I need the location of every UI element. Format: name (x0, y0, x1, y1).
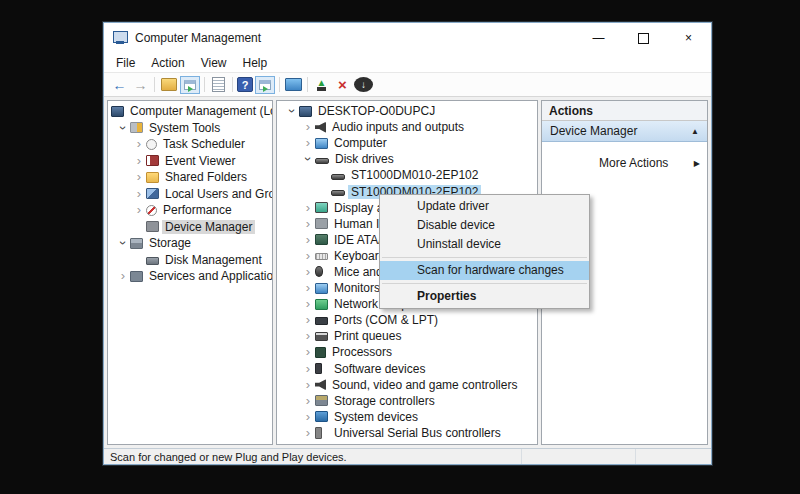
console-window-button[interactable] (180, 76, 200, 94)
chevron-collapsed-icon[interactable] (301, 233, 315, 247)
chevron-expanded-icon[interactable] (301, 152, 315, 166)
uninstall-device-button[interactable]: × (333, 76, 352, 93)
tree-item-event-viewer[interactable]: Event Viewer (108, 153, 272, 170)
status-cell (635, 449, 711, 464)
chevron-collapsed-icon[interactable] (132, 187, 146, 201)
tree-item-performance[interactable]: Performance (108, 202, 272, 219)
chevron-collapsed-icon[interactable] (301, 378, 315, 392)
tree-item-task-scheduler[interactable]: Task Scheduler (108, 136, 272, 153)
actions-section-device-manager[interactable]: Device Manager ▲ (542, 121, 707, 142)
status-cell (521, 449, 635, 464)
storage-icon (130, 238, 143, 249)
tree-item-label: Processors (329, 345, 395, 359)
tree-item-label: Task Scheduler (160, 137, 248, 151)
menu-help[interactable]: Help (235, 53, 276, 72)
chevron-spacer (317, 185, 331, 199)
tree-item-system-devices[interactable]: System devices (277, 409, 537, 425)
chevron-collapsed-icon[interactable] (301, 394, 315, 408)
scan-computers-button[interactable] (284, 76, 303, 93)
context-scan-for-hardware-changes[interactable]: Scan for hardware changes (380, 261, 589, 280)
chevron-collapsed-icon[interactable] (301, 345, 315, 359)
context-update-driver[interactable]: Update driver (380, 197, 589, 216)
tree-item-universal-serial-bus-controllers[interactable]: Universal Serial Bus controllers (277, 425, 537, 441)
chevron-collapsed-icon[interactable] (301, 281, 315, 295)
forward-button[interactable]: → (131, 76, 150, 93)
help-button[interactable]: ? (237, 77, 253, 92)
tree-item-processors[interactable]: Processors (277, 344, 537, 360)
chevron-collapsed-icon[interactable] (301, 329, 315, 343)
chevron-collapsed-icon[interactable] (301, 136, 315, 150)
sound-controller-icon (315, 379, 326, 390)
context-properties[interactable]: Properties (380, 287, 589, 306)
menu-view[interactable]: View (193, 53, 235, 72)
back-button[interactable]: ← (110, 76, 129, 93)
chevron-collapsed-icon[interactable] (301, 120, 315, 134)
tree-item-computer[interactable]: Computer (277, 135, 537, 151)
chevron-expanded-icon[interactable] (285, 104, 299, 118)
export-list-button[interactable] (159, 76, 178, 93)
tree-item-storage[interactable]: Storage (108, 235, 272, 252)
chevron-collapsed-icon[interactable] (301, 217, 315, 231)
tree-item-storage-controllers[interactable]: Storage controllers (277, 393, 537, 409)
title-bar[interactable]: Computer Management — × (104, 23, 711, 53)
properties-button[interactable] (209, 76, 228, 93)
tree-item-system-tools[interactable]: System Tools (108, 120, 272, 137)
tree-item-services-and-applications[interactable]: Services and Applications (108, 268, 272, 285)
chevron-collapsed-icon[interactable] (301, 410, 315, 424)
more-actions-item[interactable]: More Actions ▶ (542, 154, 707, 172)
chevron-collapsed-icon[interactable] (301, 313, 315, 327)
chevron-collapsed-icon[interactable] (301, 426, 315, 440)
tree-item-st1000dm010-2ep102[interactable]: ST1000DM010-2EP102 (277, 167, 537, 183)
tree-item-computer-management-local[interactable]: Computer Management (Local) (108, 103, 272, 120)
chevron-collapsed-icon[interactable] (132, 203, 146, 217)
tree-item-disk-management[interactable]: Disk Management (108, 252, 272, 269)
chevron-collapsed-icon[interactable] (301, 249, 315, 263)
chevron-collapsed-icon[interactable] (301, 362, 315, 376)
tree-item-sound-video-and-game-controllers[interactable]: Sound, video and game controllers (277, 377, 537, 393)
tree-item-software-devices[interactable]: Software devices (277, 361, 537, 377)
chevron-expanded-icon[interactable] (116, 236, 130, 250)
context-uninstall-device[interactable]: Uninstall device (380, 235, 589, 254)
chevron-collapsed-icon[interactable] (116, 269, 130, 283)
desktop-background: Computer Management — × FileActionViewHe… (0, 0, 800, 494)
disable-device-button[interactable]: ↓ (354, 77, 373, 92)
collapse-icon[interactable]: ▲ (691, 127, 699, 136)
disk-management-icon (146, 257, 159, 265)
monitor-icon (315, 283, 328, 294)
tree-item-print-queues[interactable]: Print queues (277, 328, 537, 344)
display-adapter-icon (315, 202, 328, 213)
actions-title: Actions (549, 104, 593, 118)
chevron-collapsed-icon[interactable] (301, 297, 315, 311)
update-driver-button[interactable]: ▲ (312, 76, 331, 93)
chevron-collapsed-icon[interactable] (301, 265, 315, 279)
tree-item-label: Computer Management (Local) (127, 104, 273, 118)
tree-item-label: Computer (331, 136, 390, 150)
chevron-expanded-icon[interactable] (116, 121, 130, 135)
menu-file[interactable]: File (108, 53, 143, 72)
software-device-icon (315, 363, 322, 374)
chevron-collapsed-icon[interactable] (132, 170, 146, 184)
disk-drive-icon (331, 190, 345, 196)
tree-item-ports-com-lpt[interactable]: Ports (COM & LPT) (277, 312, 537, 328)
tree-item-device-manager[interactable]: Device Manager (108, 219, 272, 236)
console-window-2-button[interactable] (255, 76, 275, 94)
tree-item-label: Print queues (331, 329, 404, 343)
tree-item-desktop-o0dupcj[interactable]: DESKTOP-O0DUPCJ (277, 103, 537, 119)
console-tree-pane[interactable]: Computer Management (Local)System ToolsT… (107, 100, 273, 445)
tree-item-audio-inputs-and-outputs[interactable]: Audio inputs and outputs (277, 119, 537, 135)
tree-item-local-users-and-groups[interactable]: Local Users and Groups (108, 186, 272, 203)
context-disable-device[interactable]: Disable device (380, 216, 589, 235)
minimize-button[interactable]: — (576, 23, 621, 53)
maximize-button[interactable] (621, 23, 666, 53)
menu-action[interactable]: Action (143, 53, 192, 72)
tree-item-label: Shared Folders (162, 170, 250, 184)
actions-header: Actions (542, 101, 707, 121)
chevron-collapsed-icon[interactable] (132, 154, 146, 168)
chevron-collapsed-icon[interactable] (301, 201, 315, 215)
expand-right-icon: ▶ (694, 159, 700, 168)
tree-item-label: DESKTOP-O0DUPCJ (315, 104, 438, 118)
chevron-collapsed-icon[interactable] (132, 137, 146, 151)
close-button[interactable]: × (666, 23, 711, 53)
tree-item-disk-drives[interactable]: Disk drives (277, 151, 537, 167)
tree-item-shared-folders[interactable]: Shared Folders (108, 169, 272, 186)
